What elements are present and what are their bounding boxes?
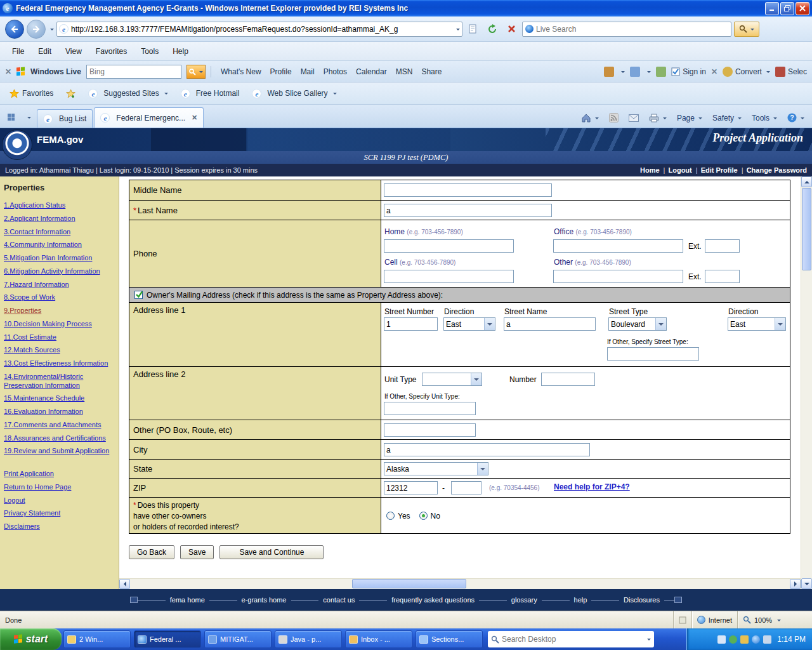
zoom-dropdown-icon[interactable]: [777, 620, 781, 623]
coowners-no-radio[interactable]: [419, 512, 428, 520]
search-provider-dropdown-icon[interactable]: [750, 29, 754, 32]
sidebar-nav-link[interactable]: 12.Match Sources: [4, 346, 115, 355]
top-nav-link[interactable]: Edit Profile: [696, 166, 738, 174]
street-name-input[interactable]: [504, 317, 596, 331]
feeds-rss-icon[interactable]: [605, 111, 622, 124]
free-hotmail-button[interactable]: eFree Hotmail: [176, 86, 244, 101]
menu-item[interactable]: View: [58, 44, 89, 58]
cell-phone-input[interactable]: [384, 270, 514, 283]
zoom-pane[interactable]: 100%: [737, 611, 812, 628]
sidebar-nav-link[interactable]: 18.Assurances and Certifications: [4, 434, 115, 443]
sidebar-nav-link[interactable]: 10.Decision Making Process: [4, 320, 115, 329]
compatibility-view-icon[interactable]: [465, 22, 481, 37]
sidebar-nav-link[interactable]: 2.Applicant Information: [4, 215, 115, 223]
shield-icon[interactable]: [729, 635, 737, 644]
live-search-box[interactable]: [522, 22, 731, 37]
share-icon[interactable]: [630, 67, 640, 77]
read-mail-icon[interactable]: [625, 112, 643, 124]
home-phone-input[interactable]: [384, 239, 514, 253]
footer-link[interactable]: glossary: [511, 596, 537, 604]
chevron-down-icon[interactable]: [775, 318, 785, 330]
state-select[interactable]: Alaska: [384, 462, 488, 475]
back-button[interactable]: [5, 20, 24, 39]
bing-search-box[interactable]: [86, 65, 181, 79]
web-slice-gallery-button[interactable]: eWeb Slice Gallery: [247, 86, 341, 101]
taskbar-window-button[interactable]: Sections...: [416, 630, 483, 648]
sidebar-nav-link[interactable]: 15.Maintenance Schedule: [4, 394, 115, 403]
edit-dropdown-icon[interactable]: [621, 71, 625, 75]
horizontal-scrollbar[interactable]: [119, 578, 801, 589]
top-nav-link[interactable]: Change Password: [742, 166, 807, 174]
sidebar-utility-link[interactable]: Disclaimers: [4, 522, 115, 531]
sidebar-nav-link[interactable]: 13.Cost Effectiveness Information: [4, 359, 115, 368]
go-back-button[interactable]: Go Back: [129, 545, 174, 559]
sidebar-nav-link[interactable]: 19.Review and Submit Application: [4, 447, 115, 456]
footer-link[interactable]: contact us: [323, 596, 355, 604]
address-field[interactable]: e: [56, 22, 462, 37]
close-button[interactable]: [796, 2, 809, 15]
live-toolbar-link[interactable]: Calendar: [351, 67, 391, 76]
sidebar-nav-link[interactable]: 14.Environmental/Historic Preservation I…: [4, 373, 115, 390]
menu-item[interactable]: Edit: [31, 44, 58, 58]
restore-button[interactable]: [780, 2, 794, 15]
sidebar-nav-link[interactable]: 8.Scope of Work: [4, 293, 115, 302]
street-type-select[interactable]: Boulevard: [608, 317, 667, 331]
edit-icon[interactable]: [604, 67, 614, 77]
keyboard-layout-icon[interactable]: [717, 635, 726, 644]
save-button[interactable]: Save: [180, 545, 214, 559]
page-menu-button[interactable]: Page: [673, 112, 706, 124]
other-ext-input[interactable]: [705, 270, 740, 283]
search-go-button[interactable]: [734, 22, 759, 37]
zip-input[interactable]: [384, 481, 438, 494]
tab-federal-emergency[interactable]: eFederal Emergenc...✕: [94, 107, 204, 128]
sidebar-nav-link[interactable]: 4.Community Information: [4, 241, 115, 249]
add-favorite-button[interactable]: [62, 86, 80, 101]
start-button[interactable]: start: [0, 628, 62, 650]
desktop-search-dropdown-icon[interactable]: [647, 639, 651, 642]
sidebar-nav-link[interactable]: 5.Mitigation Plan Information: [4, 254, 115, 263]
city-input[interactable]: [384, 443, 590, 456]
stop-button[interactable]: [503, 22, 520, 37]
menu-item[interactable]: Tools: [134, 44, 166, 58]
street-number-input[interactable]: [384, 317, 438, 331]
bing-search-input[interactable]: [89, 67, 188, 76]
footer-link[interactable]: fema home: [170, 596, 205, 604]
sidebar-nav-link[interactable]: 16.Evaluation Information: [4, 408, 115, 416]
other-phone-input[interactable]: [553, 270, 683, 283]
zip-help-link[interactable]: Need help for ZIP+4?: [554, 482, 630, 491]
print-button[interactable]: [645, 112, 671, 124]
live-toolbar-link[interactable]: Share: [417, 67, 446, 76]
direction2-select[interactable]: East: [728, 317, 786, 331]
chevron-down-icon[interactable]: [471, 373, 481, 385]
if-other-street-type-input[interactable]: [607, 347, 699, 361]
last-name-input[interactable]: [384, 204, 552, 217]
top-nav-link[interactable]: Home: [640, 166, 660, 174]
network-icon[interactable]: [752, 635, 760, 644]
translate-icon[interactable]: [656, 67, 666, 77]
footer-link[interactable]: frequently asked questions: [391, 596, 475, 604]
scroll-up-icon[interactable]: [801, 176, 812, 187]
live-search-input[interactable]: [536, 25, 728, 34]
scroll-left-icon[interactable]: [119, 579, 130, 589]
taskbar-clock[interactable]: 1:14 PM: [777, 635, 806, 644]
taskbar-window-button[interactable]: MITIGAT...: [204, 630, 272, 648]
tools-menu-button[interactable]: Tools: [748, 112, 781, 124]
footer-link[interactable]: help: [574, 596, 587, 604]
live-toolbar-link[interactable]: Profile: [266, 67, 296, 76]
vertical-scroll-thumb[interactable]: [802, 188, 811, 270]
toolbar-close2-icon[interactable]: ✕: [711, 67, 717, 76]
share-dropdown-icon[interactable]: [647, 71, 651, 75]
unit-type-select[interactable]: [422, 373, 482, 386]
office-ext-input[interactable]: [705, 239, 740, 253]
tab-close-icon[interactable]: ✕: [192, 114, 197, 122]
sidebar-utility-link[interactable]: Print Application: [4, 470, 115, 479]
sidebar-utility-link[interactable]: Privacy Statement: [4, 509, 115, 518]
tab-list-dropdown-icon[interactable]: [20, 109, 36, 126]
bing-dropdown-icon[interactable]: [199, 71, 203, 75]
taskbar-window-button[interactable]: Inbox - ...: [345, 630, 412, 648]
update-icon[interactable]: [740, 635, 749, 644]
live-toolbar-link[interactable]: MSN: [391, 67, 417, 76]
sidebar-nav-link[interactable]: 17.Comments and Attachments: [4, 421, 115, 430]
fema-logo-text[interactable]: FEMA.gov: [37, 128, 83, 151]
chevron-down-icon[interactable]: [477, 463, 488, 475]
